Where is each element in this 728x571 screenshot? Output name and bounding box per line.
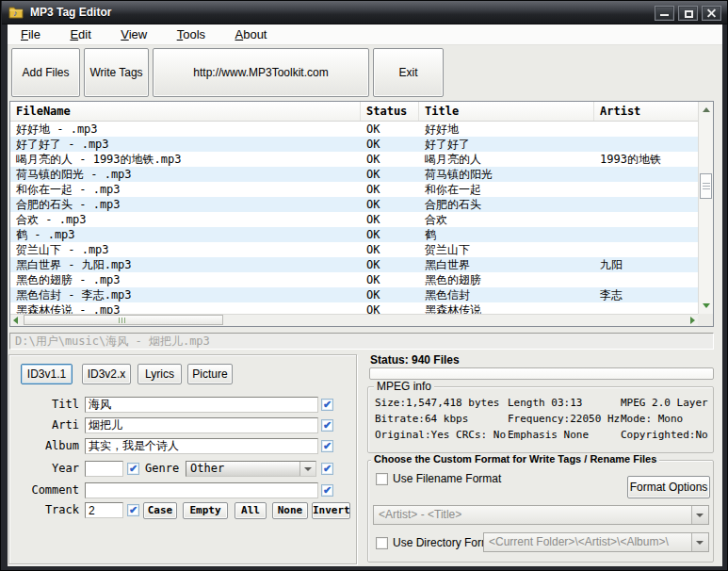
scroll-right-icon[interactable] xyxy=(690,317,695,324)
dropdown-arrow-button[interactable] xyxy=(691,533,708,551)
table-row[interactable]: 黑色的翅膀 - .mp3 OK 黑色的翅膀 xyxy=(10,272,699,287)
menu-about[interactable]: About xyxy=(223,24,280,44)
mpeg-info-line: Mode: Mono xyxy=(621,411,708,427)
filename-format-value: <Artist> - <Title> xyxy=(379,508,461,521)
mpeg-info-line: Original:Yes CRCs: No xyxy=(375,427,506,443)
year-checkbox[interactable] xyxy=(127,463,139,475)
vertical-scrollbar-thumb[interactable] xyxy=(700,173,712,199)
chevron-down-icon xyxy=(304,467,312,471)
comment-field[interactable] xyxy=(85,482,318,498)
use-filename-format-checkbox[interactable] xyxy=(376,473,388,485)
dropdown-arrow-button[interactable] xyxy=(691,506,708,524)
table-row[interactable]: 喝月亮的人 - 1993的地铁.mp3 OK 喝月亮的人 1993的地铁 xyxy=(10,152,699,167)
mpeg-info-line: Bitrate:64 kbps xyxy=(375,411,506,427)
table-row[interactable]: 好了好了 - .mp3 OK 好了好了 xyxy=(10,137,699,152)
cell-title: 喝月亮的人 xyxy=(419,152,594,167)
cell-artist xyxy=(594,167,698,182)
scroll-left-icon[interactable] xyxy=(13,317,18,324)
artist-checkbox[interactable] xyxy=(321,419,333,432)
cell-title: 合肥的石头 xyxy=(419,197,594,212)
table-row[interactable]: 和你在一起 - .mp3 OK 和你在一起 xyxy=(10,182,699,197)
format-options-button[interactable]: Format Options xyxy=(627,476,710,498)
directory-format-value: <Current Folder>\<Artist>\<Album>\ xyxy=(489,535,669,548)
cell-filename: 和你在一起 - .mp3 xyxy=(10,182,361,197)
maximize-icon xyxy=(685,10,693,18)
cell-filename: 鹤 - .mp3 xyxy=(10,227,361,242)
scroll-down-icon[interactable] xyxy=(703,303,710,308)
exit-button[interactable]: Exit xyxy=(373,48,444,97)
table-row[interactable]: 鹤 - .mp3 OK 鹤 xyxy=(10,227,699,242)
column-header-status[interactable]: Status xyxy=(361,102,419,121)
none-button[interactable]: None xyxy=(272,502,308,519)
tab-lyrics[interactable]: Lyrics xyxy=(138,364,182,384)
cell-status: OK xyxy=(361,197,419,212)
cell-filename: 喝月亮的人 - 1993的地铁.mp3 xyxy=(10,152,361,167)
track-checkbox[interactable] xyxy=(127,504,139,516)
close-button[interactable] xyxy=(702,6,721,21)
tab-id3v1[interactable]: ID3v1.1 xyxy=(21,364,73,384)
current-file-path: D:\用户\music\海风 - 烟把儿.mp3 xyxy=(9,333,714,350)
genre-dropdown[interactable]: Other xyxy=(186,461,316,477)
maximize-button[interactable] xyxy=(678,6,698,21)
comment-checkbox[interactable] xyxy=(321,484,333,497)
cell-filename: 贺兰山下 - .mp3 xyxy=(10,242,361,257)
cell-title: 贺兰山下 xyxy=(419,242,594,257)
case-button[interactable]: Case xyxy=(143,502,177,519)
menu-view[interactable]: View xyxy=(108,24,159,44)
cell-status: OK xyxy=(361,287,419,302)
tab-picture[interactable]: Picture xyxy=(187,364,233,384)
all-button[interactable]: All xyxy=(235,502,267,519)
mpeg-info-group: MPEG info Size:1,547,418 bytesBitrate:64… xyxy=(367,386,714,453)
column-header-filename[interactable]: FileName xyxy=(10,102,361,121)
directory-format-dropdown[interactable]: <Current Folder>\<Artist>\<Album>\ xyxy=(483,532,709,552)
vertical-scrollbar[interactable] xyxy=(698,102,713,316)
invert-button[interactable]: Invert xyxy=(312,502,350,519)
window-title: MP3 Tag Editor xyxy=(30,1,111,24)
title-checkbox[interactable] xyxy=(321,399,333,411)
progress-bar xyxy=(369,367,714,380)
cell-artist xyxy=(594,122,698,137)
column-header-title[interactable]: Title xyxy=(419,102,594,121)
cell-filename: 合肥的石头 - .mp3 xyxy=(10,197,361,212)
horizontal-scrollbar-thumb[interactable] xyxy=(24,315,223,325)
year-field[interactable] xyxy=(85,461,123,477)
minimize-button[interactable] xyxy=(655,6,674,21)
scroll-up-icon[interactable] xyxy=(703,107,710,112)
cell-title: 鹤 xyxy=(419,227,594,242)
use-directory-format-checkbox[interactable] xyxy=(376,537,388,549)
file-list-header: FileName Status Title Artist xyxy=(10,102,698,122)
empty-button[interactable]: Empty xyxy=(183,502,228,519)
menu-file[interactable]: File xyxy=(8,24,53,44)
title-field[interactable] xyxy=(85,397,318,413)
table-row[interactable]: 荷马镇的阳光 - .mp3 OK 荷马镇的阳光 xyxy=(10,167,699,182)
cell-title: 好好地 xyxy=(419,122,594,137)
table-row[interactable]: 黑色信封 - 李志.mp3 OK 黑色信封 李志 xyxy=(10,287,699,302)
mpeg-info-line: Copyrighted:No xyxy=(621,427,708,443)
menu-edit[interactable]: Edit xyxy=(57,24,103,44)
custom-format-group: Choose the Custom Format for Write Tags … xyxy=(367,460,714,563)
album-checkbox[interactable] xyxy=(321,440,333,452)
genre-checkbox[interactable] xyxy=(321,463,333,475)
cell-artist xyxy=(594,137,698,152)
table-row[interactable]: 好好地 - .mp3 OK 好好地 xyxy=(10,122,699,137)
genre-value: Other xyxy=(190,462,224,475)
track-field[interactable] xyxy=(85,502,123,518)
column-header-artist[interactable]: Artist xyxy=(594,102,698,121)
artist-field[interactable] xyxy=(85,417,318,433)
tab-id3v2[interactable]: ID3v2.x xyxy=(82,364,131,384)
client-area: File Edit View Tools About Add Files Wri… xyxy=(8,24,722,566)
table-row[interactable]: 贺兰山下 - .mp3 OK 贺兰山下 xyxy=(10,242,699,257)
table-row[interactable]: 黑白世界 - 九阳.mp3 OK 黑白世界 九阳 xyxy=(10,257,699,272)
horizontal-scrollbar[interactable] xyxy=(10,314,699,326)
write-tags-button[interactable]: Write Tags xyxy=(84,48,149,97)
album-field[interactable] xyxy=(85,438,318,454)
menu-tools[interactable]: Tools xyxy=(165,24,218,44)
website-button[interactable]: http://www.MP3Toolkit.com xyxy=(153,48,369,97)
dropdown-arrow-button[interactable] xyxy=(299,462,315,476)
table-row[interactable]: 合欢 - .mp3 OK 合欢 xyxy=(10,212,699,227)
artist-field-label: Arti xyxy=(11,417,79,433)
table-row[interactable]: 合肥的石头 - .mp3 OK 合肥的石头 xyxy=(10,197,699,212)
cell-status: OK xyxy=(361,152,419,167)
add-files-button[interactable]: Add Files xyxy=(11,48,80,97)
filename-format-dropdown[interactable]: <Artist> - <Title> xyxy=(373,505,709,525)
